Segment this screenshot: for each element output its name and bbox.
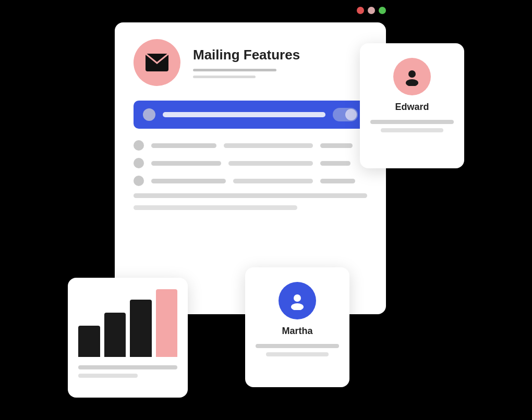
person-icon bbox=[288, 291, 307, 310]
list-row bbox=[134, 158, 367, 168]
toggle-thumb bbox=[345, 109, 357, 120]
chart-card bbox=[68, 278, 188, 398]
bar-3 bbox=[130, 300, 152, 357]
title-underline bbox=[193, 69, 276, 71]
svg-point-3 bbox=[408, 70, 416, 78]
row-line bbox=[151, 161, 221, 166]
edward-name: Edward bbox=[395, 102, 429, 113]
martha-card[interactable]: Martha bbox=[245, 267, 349, 387]
toolbar-dot bbox=[143, 108, 155, 121]
martha-info-line-2 bbox=[266, 352, 329, 356]
row-line bbox=[151, 143, 216, 148]
list-row bbox=[134, 140, 367, 151]
svg-point-2 bbox=[291, 303, 304, 310]
chart-line-1 bbox=[78, 365, 177, 369]
edward-card[interactable]: Edward bbox=[360, 43, 464, 168]
row-line bbox=[320, 143, 353, 148]
svg-point-1 bbox=[294, 294, 301, 302]
close-dot[interactable] bbox=[357, 7, 364, 14]
maximize-dot[interactable] bbox=[379, 7, 386, 14]
row-line bbox=[233, 179, 312, 183]
row-indicator bbox=[134, 158, 144, 168]
row-indicator bbox=[134, 140, 144, 151]
edward-info-line-2 bbox=[381, 128, 443, 132]
row-line bbox=[151, 179, 226, 183]
edward-avatar bbox=[393, 58, 431, 95]
list-row bbox=[134, 205, 367, 210]
mail-icon bbox=[146, 54, 168, 71]
window-dots bbox=[357, 7, 386, 14]
row-line bbox=[320, 161, 350, 166]
martha-name: Martha bbox=[282, 326, 312, 337]
wide-row-line bbox=[134, 193, 367, 198]
edward-info-line-1 bbox=[370, 120, 454, 124]
bar-1 bbox=[78, 326, 100, 357]
scene: Mailing Features bbox=[68, 22, 464, 398]
person-icon bbox=[403, 67, 421, 86]
row-line bbox=[224, 143, 312, 148]
search-input-line[interactable] bbox=[163, 112, 325, 117]
chart-line-2 bbox=[78, 374, 138, 378]
martha-info-line-1 bbox=[256, 344, 339, 348]
search-toolbar[interactable] bbox=[134, 101, 367, 129]
bar-4 bbox=[156, 289, 178, 357]
row-line bbox=[228, 161, 312, 166]
card-header: Mailing Features bbox=[134, 39, 367, 86]
martha-avatar bbox=[279, 282, 316, 319]
wide-row-line-short bbox=[134, 205, 297, 210]
list-row bbox=[134, 176, 367, 186]
svg-point-4 bbox=[406, 79, 418, 86]
row-line bbox=[320, 179, 355, 183]
card-title-block: Mailing Features bbox=[193, 47, 300, 78]
chart-area bbox=[78, 289, 177, 357]
mail-icon-circle bbox=[134, 39, 180, 86]
list-row bbox=[134, 193, 367, 198]
row-indicator bbox=[134, 176, 144, 186]
toggle[interactable] bbox=[333, 108, 358, 121]
minimize-dot[interactable] bbox=[368, 7, 375, 14]
list-rows bbox=[134, 140, 367, 210]
main-card-title: Mailing Features bbox=[193, 47, 300, 63]
subtitle-line bbox=[193, 76, 256, 78]
bar-2 bbox=[104, 313, 126, 357]
